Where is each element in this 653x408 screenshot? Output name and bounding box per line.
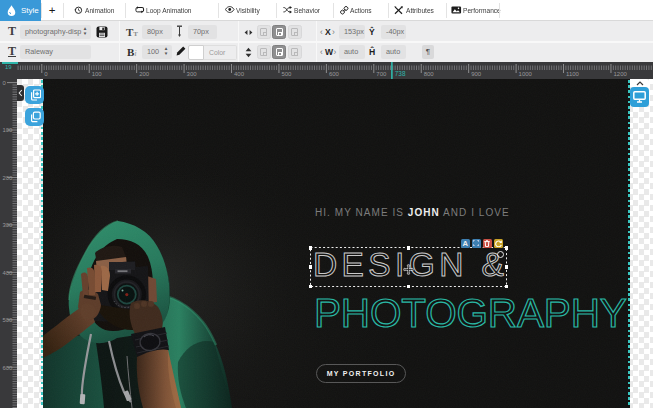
svg-text:200: 200	[3, 175, 14, 181]
svg-text:400: 400	[234, 71, 245, 77]
svg-text:1000: 1000	[519, 71, 533, 77]
svg-text:1100: 1100	[566, 71, 580, 77]
svg-text:100: 100	[92, 71, 103, 77]
svg-text:0: 0	[44, 71, 48, 77]
svg-text:300: 300	[3, 222, 14, 228]
svg-text:200: 200	[139, 71, 150, 77]
svg-text:1200: 1200	[614, 71, 628, 77]
svg-text:500: 500	[3, 317, 14, 323]
svg-text:300: 300	[187, 71, 198, 77]
svg-text:0: 0	[3, 80, 7, 86]
svg-text:100: 100	[3, 127, 14, 133]
svg-text:600: 600	[3, 365, 14, 371]
svg-text:700: 700	[376, 71, 387, 77]
svg-text:600: 600	[329, 71, 340, 77]
svg-text:800: 800	[424, 71, 435, 77]
svg-text:500: 500	[281, 71, 292, 77]
svg-text:400: 400	[3, 270, 14, 276]
svg-text:738: 738	[395, 70, 406, 77]
svg-text:900: 900	[471, 71, 482, 77]
